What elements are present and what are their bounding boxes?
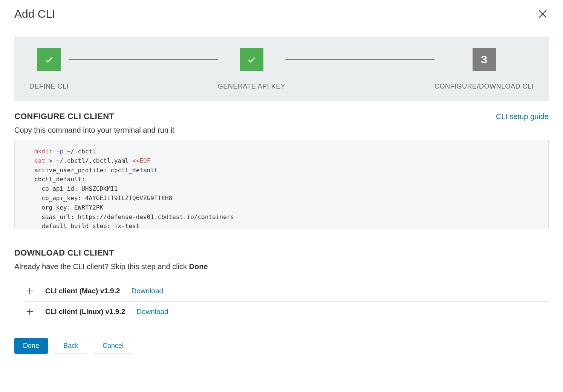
code-text: ~/.cbctl xyxy=(63,148,96,155)
modal-header: Add CLI xyxy=(0,0,563,28)
cancel-button[interactable]: Cancel xyxy=(94,338,132,354)
download-label: CLI client (Linux) v1.9.2 xyxy=(45,308,125,316)
terminal-command-block[interactable]: mkdir -p ~/.cbctl cat > ~/.cbctl/.cbctl.… xyxy=(14,140,549,228)
configure-title: CONFIGURE CLI CLIENT xyxy=(14,112,114,121)
modal-footer: Done Back Cancel xyxy=(0,330,563,361)
expand-button[interactable] xyxy=(26,287,34,295)
done-button[interactable]: Done xyxy=(14,338,48,354)
step-label: DEFINE CLI xyxy=(29,83,69,90)
step-label: CONFIGURE/DOWNLOAD CLI xyxy=(434,83,534,90)
download-link[interactable]: Download xyxy=(136,308,168,316)
step-connector xyxy=(285,59,434,60)
close-icon xyxy=(538,9,548,19)
close-button[interactable] xyxy=(537,8,549,20)
modal-title: Add CLI xyxy=(14,8,55,20)
download-list: CLI client (Mac) v1.9.2 Download CLI cli… xyxy=(26,281,549,322)
code-kw: cat xyxy=(34,157,45,164)
download-intro-bold: Done xyxy=(189,262,208,271)
download-section-head: DOWNLOAD CLI CLIENT xyxy=(14,248,549,258)
step-generate-api-key: GENERATE API KEY xyxy=(218,48,286,90)
modal-body: DEFINE CLI GENERATE API KEY 3 CONFIGURE/… xyxy=(0,28,563,330)
back-button[interactable]: Back xyxy=(55,338,87,354)
code-body: active_user_profile: cbctl_default cbctl… xyxy=(34,167,234,228)
download-title: DOWNLOAD CLI CLIENT xyxy=(14,248,114,258)
step-indicator-done xyxy=(240,48,263,71)
configure-section-head: CONFIGURE CLI CLIENT CLI setup guide xyxy=(14,112,549,121)
code-flag: -p xyxy=(56,148,63,155)
code-kw: mkdir xyxy=(34,148,52,155)
download-link[interactable]: Download xyxy=(132,287,164,295)
download-row-mac: CLI client (Mac) v1.9.2 Download xyxy=(26,281,549,302)
step-indicator-current: 3 xyxy=(473,48,496,71)
stepper: DEFINE CLI GENERATE API KEY 3 CONFIGURE/… xyxy=(29,48,534,90)
download-intro: Already have the CLI client? Skip this s… xyxy=(14,262,549,271)
stepper-panel: DEFINE CLI GENERATE API KEY 3 CONFIGURE/… xyxy=(14,37,549,101)
download-intro-text: Already have the CLI client? Skip this s… xyxy=(14,262,189,271)
download-row-linux: CLI client (Linux) v1.9.2 Download xyxy=(26,302,549,322)
step-configure-download: 3 CONFIGURE/DOWNLOAD CLI xyxy=(434,48,534,90)
download-label: CLI client (Mac) v1.9.2 xyxy=(45,287,120,295)
configure-subtitle: Copy this command into your terminal and… xyxy=(14,126,549,135)
add-cli-modal: Add CLI DEFINE CLI GENERATE API KE xyxy=(0,0,563,361)
code-heredoc: <<EOF xyxy=(132,157,150,164)
step-define-cli: DEFINE CLI xyxy=(29,48,69,90)
step-label: GENERATE API KEY xyxy=(218,83,286,90)
step-connector xyxy=(69,59,218,60)
code-text: > xyxy=(45,157,56,164)
cli-setup-guide-link[interactable]: CLI setup guide xyxy=(496,112,549,121)
plus-icon xyxy=(26,308,34,316)
expand-button[interactable] xyxy=(26,308,34,316)
step-indicator-done xyxy=(37,48,61,71)
check-icon xyxy=(44,55,54,64)
plus-icon xyxy=(26,287,34,295)
code-text: ~/.cbctl/.cbctl.yaml xyxy=(56,157,132,164)
check-icon xyxy=(246,55,257,64)
